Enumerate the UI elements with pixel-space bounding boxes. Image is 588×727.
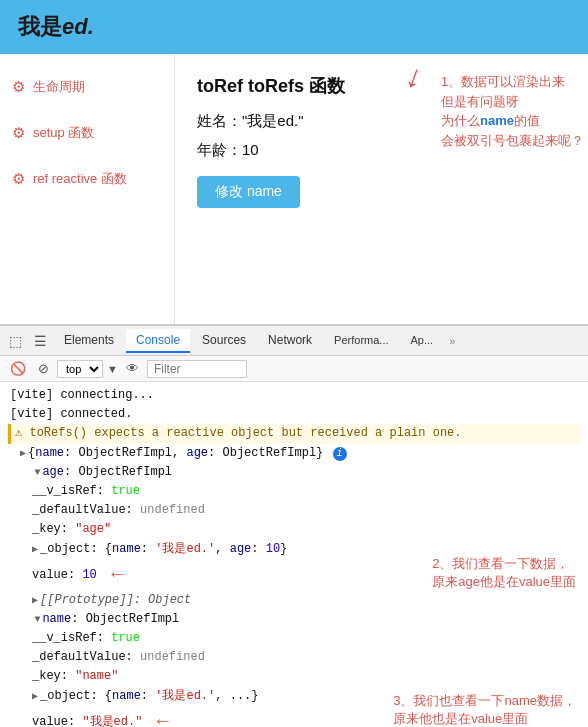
sidebar-label-setup: setup 函数 xyxy=(33,124,94,142)
name-value: "我是ed." xyxy=(242,112,304,129)
device-icon-btn[interactable]: ☰ xyxy=(29,331,52,351)
annot1-line1: 1、数据可以渲染出来 xyxy=(441,74,565,89)
modify-name-button[interactable]: 修改 name xyxy=(197,176,300,208)
console-line-age-key: _key: "age" xyxy=(8,520,580,539)
tab-sources[interactable]: Sources xyxy=(192,329,256,353)
annot1-name-highlight: name xyxy=(480,113,514,128)
console-line-age-proto[interactable]: ▶[[Prototype]]: Object xyxy=(8,591,580,610)
annot2-line1: 2、我们查看一下数据， xyxy=(432,556,569,571)
annot3-line1: 3、我们也查看一下name数据， xyxy=(393,693,576,708)
clear-console-btn[interactable]: 🚫 xyxy=(6,360,30,377)
annot3-line2: 原来他也是在value里面 xyxy=(393,711,528,726)
gear-icon-ref: ⚙ xyxy=(12,170,25,188)
main-area: ⚙ 生命周期 ⚙ setup 函数 ⚙ ref reactive 函数 toRe… xyxy=(0,54,588,324)
console-line-name-isref: __v_isRef: true xyxy=(8,629,580,648)
tab-application[interactable]: Ap... xyxy=(401,330,444,352)
console-line-name-default: _defaultValue: undefined xyxy=(8,648,580,667)
annot2-line2: 原来age他是在value里面 xyxy=(432,574,576,589)
sidebar-item-lifecycle[interactable]: ⚙ 生命周期 xyxy=(0,64,174,110)
gear-icon-setup: ⚙ xyxy=(12,124,25,142)
block-icon-btn[interactable]: ⊘ xyxy=(34,360,53,377)
console-line-age-root[interactable]: ▼age: ObjectRefImpl xyxy=(8,463,580,482)
inspect-icon-btn[interactable]: ⬚ xyxy=(4,331,27,351)
annotation-2: 2、我们查看一下数据， 原来age他是在value里面 xyxy=(432,555,576,591)
sidebar-label-ref: ref reactive 函数 xyxy=(33,170,127,188)
devtools-tabs-bar: ⬚ ☰ Elements Console Sources Network Per… xyxy=(0,326,588,356)
console-line-warn: ⚠ toRefs() expects a reactive object but… xyxy=(8,424,580,443)
age-label: 年龄： xyxy=(197,141,242,158)
filter-input[interactable] xyxy=(147,360,247,378)
app-bar: 我是ed. xyxy=(0,0,588,54)
tab-network[interactable]: Network xyxy=(258,329,322,353)
gear-icon-lifecycle: ⚙ xyxy=(12,78,25,96)
console-line-0: [vite] connecting... xyxy=(8,386,580,405)
tab-console[interactable]: Console xyxy=(126,329,190,353)
sidebar: ⚙ 生命周期 ⚙ setup 函数 ⚙ ref reactive 函数 xyxy=(0,54,175,324)
sidebar-label-lifecycle: 生命周期 xyxy=(33,78,85,96)
annot1-line4: 会被双引号包裹起来呢？ xyxy=(441,133,584,148)
console-toolbar: 🚫 ⊘ top ▼ 👁 xyxy=(0,356,588,382)
age-value: 10 xyxy=(242,141,259,158)
tab-elements[interactable]: Elements xyxy=(54,329,124,353)
console-line-name-key: _key: "name" xyxy=(8,667,580,686)
console-output: [vite] connecting... [vite] connected. ⚠… xyxy=(0,382,588,727)
console-line-age-default: _defaultValue: undefined xyxy=(8,501,580,520)
annot1-line3b: 的值 xyxy=(514,113,540,128)
sidebar-item-ref-reactive[interactable]: ⚙ ref reactive 函数 xyxy=(0,156,174,202)
name-label: 姓名： xyxy=(197,112,242,129)
devtools: ⬚ ☰ Elements Console Sources Network Per… xyxy=(0,324,588,727)
app-title: 我是ed. xyxy=(18,14,94,39)
annotation-3: 3、我们也查看一下name数据， 原来他也是在value里面 xyxy=(393,692,576,727)
annotation-1: ↑ 1、数据可以渲染出来 但是有问题呀 为什么name的值 会被双引号包裹起来呢… xyxy=(441,72,584,150)
annot1-line3a: 为什么 xyxy=(441,113,480,128)
console-line-name-root[interactable]: ▼name: ObjectRefImpl xyxy=(8,610,580,629)
level-select[interactable]: top xyxy=(57,360,103,378)
console-line-1: [vite] connected. xyxy=(8,405,580,424)
triangle-icon: ▼ xyxy=(107,363,118,375)
tab-performance[interactable]: Performa... xyxy=(324,330,398,352)
eye-icon-btn[interactable]: 👁 xyxy=(122,360,143,377)
annot1-line2: 但是有问题呀 xyxy=(441,94,519,109)
content-pane: toRef toRefs 函数 姓名："我是ed." 年龄：10 修改 name… xyxy=(175,54,588,324)
console-line-age-isref: __v_isRef: true xyxy=(8,482,580,501)
console-line-obj-root[interactable]: ▶{name: ObjectRefImpl, age: ObjectRefImp… xyxy=(8,444,580,463)
tab-more[interactable]: » xyxy=(445,331,459,351)
sidebar-item-setup[interactable]: ⚙ setup 函数 xyxy=(0,110,174,156)
